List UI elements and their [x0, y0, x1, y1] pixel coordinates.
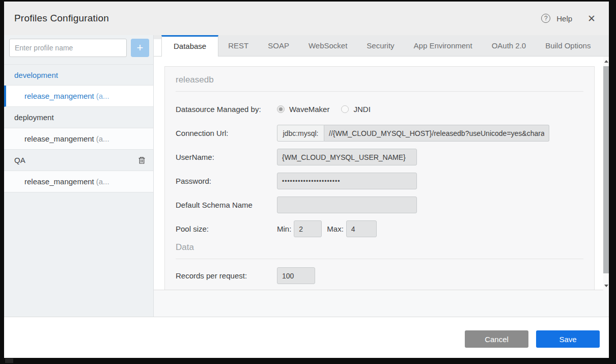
- datasource-radio-group: WaveMaker JNDI: [277, 105, 378, 114]
- vertical-scrollbar[interactable]: [603, 57, 609, 290]
- section-divider: [176, 259, 583, 259]
- wavemaker-radio[interactable]: [277, 105, 285, 113]
- password-input[interactable]: [277, 173, 417, 189]
- help-icon-glyph: ?: [544, 15, 548, 22]
- profile-item-label: release_mangement: [24, 92, 94, 100]
- trash-icon: [137, 156, 146, 165]
- tab-build-options[interactable]: Build Options: [536, 35, 600, 56]
- wavemaker-radio-label: WaveMaker: [289, 105, 329, 114]
- section-divider: [176, 91, 583, 92]
- help-icon[interactable]: ?: [541, 14, 550, 23]
- connection-url-row: Connection Url: jdbc:mysql:: [176, 125, 583, 142]
- records-row: Records per request:: [176, 267, 583, 284]
- profile-item-release-mangement[interactable]: release_mangement (a...: [4, 171, 153, 192]
- tab-bar: Database REST SOAP WebSocket Security Ap…: [154, 35, 609, 57]
- records-label: Records per request:: [176, 271, 277, 280]
- profile-item-release-mangement-selected[interactable]: release_mangement (a...: [4, 86, 153, 107]
- scrollbar-thumb[interactable]: [603, 66, 609, 273]
- profile-item-suffix: (a...: [96, 177, 109, 186]
- profile-list: development release_mangement (a... depl…: [4, 64, 153, 192]
- jndi-radio-label: JNDI: [353, 105, 370, 114]
- dialog-title: Profiles Configuration: [14, 13, 109, 24]
- tab-bar-spacer: [154, 39, 161, 56]
- connection-url-input[interactable]: [324, 125, 549, 142]
- delete-profile-button[interactable]: [137, 156, 146, 165]
- profile-item-label: release_mangement: [24, 134, 94, 143]
- profile-item-suffix: (a...: [96, 134, 109, 143]
- tab-oauth[interactable]: OAuth 2.0: [482, 35, 536, 56]
- profile-group-label: development: [14, 71, 58, 79]
- pool-min-label: Min:: [277, 225, 291, 233]
- scroll-up-icon: [604, 60, 608, 63]
- pool-max-label: Max:: [327, 225, 344, 233]
- password-row: Password:: [176, 173, 583, 189]
- scroll-down-icon: [604, 285, 608, 287]
- pool-size-row: Pool size: Min: Max:: [176, 220, 583, 237]
- add-profile-button[interactable]: +: [131, 39, 149, 57]
- pool-size-label: Pool size:: [176, 225, 277, 233]
- profile-item-label: release_mangement: [24, 177, 94, 186]
- connection-url-label: Connection Url:: [176, 129, 277, 137]
- panel-bottom-spacer: [154, 290, 609, 317]
- database-tab-panel: releasedb Datasource Managed by: WaveMak…: [154, 57, 609, 290]
- tab-database[interactable]: Database: [161, 35, 218, 57]
- profile-group-development[interactable]: development: [4, 64, 153, 86]
- datasource-row: Datasource Managed by: WaveMaker JNDI: [176, 101, 583, 118]
- connection-url-prefix: jdbc:mysql:: [277, 125, 324, 142]
- username-row: UserName:: [176, 149, 583, 165]
- profile-group-label: deployment: [14, 113, 54, 122]
- db-section-title: releasedb: [176, 75, 583, 85]
- tab-security[interactable]: Security: [357, 35, 404, 56]
- dialog-footer: Cancel Save: [4, 317, 609, 358]
- scroll-up-button[interactable]: [603, 58, 609, 65]
- profile-group-qa[interactable]: QA: [4, 150, 153, 171]
- username-label: UserName:: [176, 153, 277, 161]
- dialog-body: + development release_mangement (a... de…: [4, 35, 609, 317]
- schema-row: Default Schema Name: [176, 197, 583, 213]
- tab-soap[interactable]: SOAP: [258, 35, 299, 56]
- help-link[interactable]: Help: [556, 14, 572, 23]
- save-button[interactable]: Save: [536, 330, 600, 348]
- datasource-label: Datasource Managed by:: [176, 105, 277, 114]
- cancel-button[interactable]: Cancel: [465, 330, 528, 348]
- schema-label: Default Schema Name: [176, 201, 277, 209]
- pool-max-input[interactable]: [346, 220, 377, 237]
- radio-selected-dot: [279, 107, 283, 111]
- jndi-radio[interactable]: [341, 105, 349, 113]
- tab-area: Database REST SOAP WebSocket Security Ap…: [154, 35, 609, 317]
- database-config-card: releasedb Datasource Managed by: WaveMak…: [164, 66, 595, 290]
- close-icon[interactable]: ✕: [587, 13, 596, 24]
- scroll-down-button[interactable]: [603, 282, 609, 289]
- username-input[interactable]: [277, 149, 417, 165]
- password-label: Password:: [176, 177, 277, 185]
- profile-name-input[interactable]: [9, 39, 127, 57]
- screen: Profiles Configuration ? Help ✕ + develo…: [0, 0, 616, 364]
- schema-input[interactable]: [277, 197, 417, 213]
- dialog-header: Profiles Configuration ? Help ✕: [4, 2, 609, 35]
- profile-create-row: +: [4, 35, 153, 57]
- profile-item-release-mangement[interactable]: release_mangement (a...: [4, 128, 153, 150]
- profiles-sidebar: + development release_mangement (a... de…: [4, 35, 154, 317]
- profile-item-suffix: (a...: [96, 92, 109, 100]
- profiles-configuration-dialog: Profiles Configuration ? Help ✕ + develo…: [4, 2, 609, 358]
- pool-min-input[interactable]: [294, 220, 322, 237]
- data-section-title: Data: [176, 242, 583, 253]
- profile-group-deployment[interactable]: deployment: [4, 107, 153, 128]
- header-actions: ? Help ✕: [541, 13, 596, 24]
- background-taskbar-fragment: [5, 358, 13, 363]
- tab-app-environment[interactable]: App Environment: [404, 35, 482, 56]
- tab-websocket[interactable]: WebSocket: [299, 35, 357, 56]
- tab-rest[interactable]: REST: [218, 35, 258, 56]
- records-input[interactable]: [277, 267, 315, 284]
- profile-group-label: QA: [14, 156, 25, 164]
